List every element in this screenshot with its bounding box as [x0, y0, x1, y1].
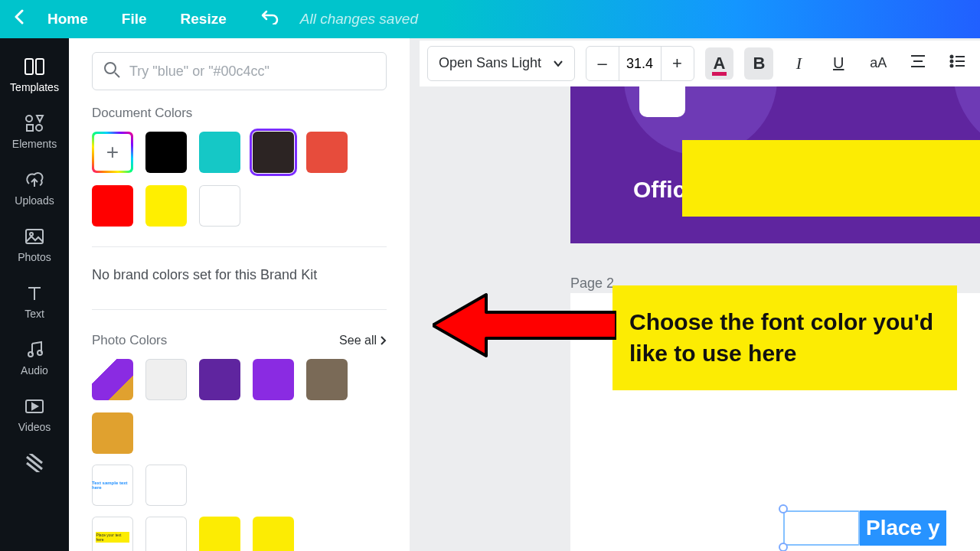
case-icon: aA — [870, 55, 887, 71]
color-swatch[interactable] — [199, 517, 240, 551]
photo-thumb[interactable]: Place your text here — [92, 517, 133, 551]
add-color-swatch[interactable]: + — [92, 132, 133, 173]
undo-button[interactable] — [243, 9, 296, 29]
back-button[interactable] — [8, 9, 31, 29]
menu-file[interactable]: File — [105, 11, 164, 28]
text-toolbar: Open Sans Light – 31.4 + A B I U aA — [420, 41, 980, 86]
chevron-down-icon — [553, 55, 564, 71]
rail-label: Text — [24, 308, 44, 320]
color-swatch[interactable] — [253, 132, 294, 173]
rail-elements[interactable]: Elements — [0, 103, 69, 159]
search-icon — [103, 61, 120, 81]
align-icon — [910, 54, 926, 72]
color-swatch[interactable] — [306, 359, 348, 400]
svg-point-8 — [38, 350, 42, 355]
rail-photos[interactable]: Photos — [0, 216, 69, 272]
color-swatch[interactable] — [145, 132, 187, 173]
rail-audio[interactable]: Audio — [0, 329, 69, 386]
see-all-text: See all — [339, 334, 377, 347]
color-swatch[interactable] — [306, 132, 348, 173]
color-search[interactable] — [92, 52, 387, 90]
bold-button[interactable]: B — [744, 47, 773, 80]
color-swatch[interactable] — [199, 185, 240, 227]
decor-box — [639, 86, 685, 117]
rail-label: Elements — [12, 138, 57, 150]
color-swatch[interactable] — [145, 185, 187, 227]
text-selection-frame[interactable] — [783, 510, 860, 546]
page-1-text: Offic — [633, 177, 685, 203]
rail-more[interactable] — [0, 442, 69, 482]
photos-icon — [24, 227, 44, 246]
svg-rect-3 — [27, 125, 33, 131]
save-status: All changes saved — [296, 11, 418, 28]
svg-rect-1 — [36, 59, 44, 74]
side-tool-rail: Templates Elements Uploads Photos Text A… — [0, 38, 69, 551]
color-swatch[interactable] — [199, 132, 240, 173]
more-icon — [25, 453, 44, 473]
photo-colors-row: Text sample text here — [69, 454, 410, 506]
list-button[interactable] — [943, 47, 972, 80]
top-menu-bar: Home File Resize All changes saved — [0, 0, 980, 38]
svg-rect-0 — [25, 59, 33, 74]
text-content[interactable]: Place y — [860, 510, 946, 546]
see-all-link[interactable]: See all — [339, 334, 387, 347]
font-size-decrease[interactable]: – — [586, 54, 619, 73]
photo-colors-row — [69, 348, 410, 454]
font-size-stepper: – 31.4 + — [586, 46, 694, 81]
color-swatch[interactable] — [253, 359, 294, 400]
svg-point-18 — [951, 56, 953, 58]
font-color-indicator — [712, 72, 727, 76]
selected-text-element[interactable]: Place y — [783, 509, 946, 547]
color-swatch[interactable] — [145, 359, 187, 400]
italic-button[interactable]: I — [784, 47, 813, 80]
svg-point-22 — [951, 65, 953, 67]
resize-handle[interactable] — [779, 543, 788, 551]
font-family-select[interactable]: Open Sans Light — [427, 46, 575, 81]
font-color-button[interactable]: A — [705, 47, 734, 80]
font-size-value[interactable]: 31.4 — [619, 47, 662, 80]
editor-canvas: Open Sans Light – 31.4 + A B I U aA Offi… — [410, 38, 980, 551]
audio-icon — [26, 340, 43, 360]
brand-colors-empty: No brand colors set for this Brand Kit — [69, 267, 410, 283]
list-icon — [949, 54, 966, 72]
italic-icon: I — [796, 54, 802, 73]
color-swatch[interactable] — [199, 359, 240, 400]
rail-label: Uploads — [15, 194, 54, 207]
svg-marker-24 — [433, 295, 616, 356]
font-size-increase[interactable]: + — [662, 54, 694, 73]
menu-resize[interactable]: Resize — [164, 11, 243, 28]
svg-point-6 — [30, 233, 33, 236]
color-search-input[interactable] — [129, 64, 375, 80]
color-swatch[interactable] — [145, 517, 187, 551]
menu-home[interactable]: Home — [31, 11, 105, 28]
page-2-label[interactable]: Page 2 — [570, 276, 614, 292]
text-icon — [26, 283, 43, 303]
rail-label: Photos — [18, 251, 51, 263]
color-swatch[interactable] — [92, 412, 133, 454]
color-swatch[interactable] — [145, 465, 187, 506]
photo-thumb[interactable] — [92, 359, 133, 400]
svg-rect-5 — [26, 230, 43, 243]
svg-point-20 — [951, 60, 953, 63]
svg-point-2 — [26, 116, 32, 122]
uploads-icon — [24, 170, 44, 190]
font-name: Open Sans Light — [439, 55, 541, 71]
alignment-button[interactable] — [903, 47, 933, 80]
photo-thumb[interactable]: Text sample text here — [92, 465, 133, 506]
photo-colors-row: Place your text here — [69, 506, 410, 551]
rail-uploads[interactable]: Uploads — [0, 159, 69, 216]
svg-line-10 — [27, 457, 42, 469]
underline-icon: U — [833, 54, 844, 72]
color-swatch[interactable] — [92, 185, 133, 227]
underline-button[interactable]: U — [824, 47, 853, 80]
resize-handle[interactable] — [779, 504, 788, 514]
rail-text[interactable]: Text — [0, 272, 69, 329]
panel-divider — [92, 246, 387, 247]
rail-label: Videos — [18, 421, 51, 433]
templates-icon — [24, 57, 45, 77]
color-swatch[interactable] — [253, 517, 294, 551]
rail-templates[interactable]: Templates — [0, 46, 69, 103]
rail-videos[interactable]: Videos — [0, 386, 69, 442]
page-1-preview[interactable]: Offic — [570, 86, 980, 243]
text-case-button[interactable]: aA — [864, 47, 893, 80]
